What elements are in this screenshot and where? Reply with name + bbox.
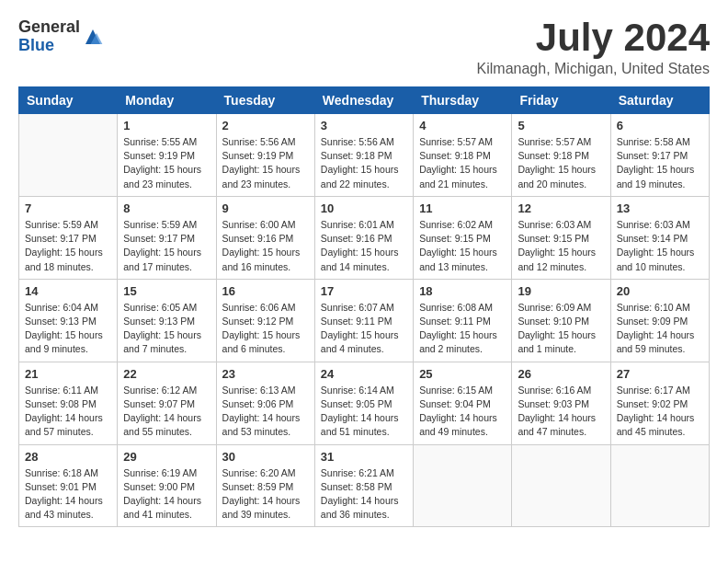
day-number: 2 — [222, 119, 309, 132]
day-info: Sunrise: 5:56 AMSunset: 9:19 PMDaylight:… — [222, 135, 309, 191]
day-info: Sunrise: 6:05 AMSunset: 9:13 PMDaylight:… — [123, 301, 210, 357]
day-info: Sunrise: 6:10 AMSunset: 9:09 PMDaylight:… — [617, 301, 703, 357]
calendar-cell: 11Sunrise: 6:02 AMSunset: 9:15 PMDayligh… — [414, 196, 512, 279]
calendar-header-row: SundayMondayTuesdayWednesdayThursdayFrid… — [19, 87, 710, 114]
day-info: Sunrise: 5:57 AMSunset: 9:18 PMDaylight:… — [419, 135, 506, 191]
page-header: General Blue July 2024 Kilmanagh, Michig… — [18, 18, 710, 77]
calendar-cell: 18Sunrise: 6:08 AMSunset: 9:11 PMDayligh… — [414, 279, 512, 362]
logo-blue-text: Blue — [18, 37, 80, 55]
week-row-5: 28Sunrise: 6:18 AMSunset: 9:01 PMDayligh… — [19, 444, 710, 527]
day-info: Sunrise: 6:19 AMSunset: 9:00 PMDaylight:… — [123, 466, 210, 523]
calendar-cell: 16Sunrise: 6:06 AMSunset: 9:12 PMDayligh… — [216, 279, 314, 362]
day-number: 23 — [222, 367, 309, 381]
day-number: 18 — [419, 284, 506, 298]
day-number: 19 — [518, 284, 604, 298]
day-number: 12 — [518, 201, 604, 215]
day-header-tuesday: Tuesday — [216, 87, 314, 114]
day-number: 25 — [419, 367, 506, 381]
day-number: 22 — [123, 367, 210, 381]
day-info: Sunrise: 6:12 AMSunset: 9:07 PMDaylight:… — [123, 384, 210, 440]
calendar-cell: 10Sunrise: 6:01 AMSunset: 9:16 PMDayligh… — [314, 196, 413, 279]
calendar-cell: 15Sunrise: 6:05 AMSunset: 9:13 PMDayligh… — [118, 279, 216, 362]
day-number: 6 — [617, 119, 703, 132]
day-info: Sunrise: 6:14 AMSunset: 9:05 PMDaylight:… — [321, 384, 407, 440]
day-number: 7 — [25, 201, 111, 215]
calendar-cell: 8Sunrise: 5:59 AMSunset: 9:17 PMDaylight… — [118, 196, 216, 279]
day-number: 17 — [321, 284, 407, 298]
week-row-3: 14Sunrise: 6:04 AMSunset: 9:13 PMDayligh… — [19, 279, 710, 362]
day-info: Sunrise: 5:57 AMSunset: 9:18 PMDaylight:… — [518, 135, 604, 191]
day-info: Sunrise: 6:02 AMSunset: 9:15 PMDaylight:… — [419, 218, 506, 274]
day-number: 4 — [419, 119, 506, 132]
day-info: Sunrise: 6:15 AMSunset: 9:04 PMDaylight:… — [419, 384, 506, 440]
calendar-cell: 22Sunrise: 6:12 AMSunset: 9:07 PMDayligh… — [118, 362, 216, 444]
day-number: 29 — [123, 450, 210, 464]
calendar-cell — [512, 444, 610, 527]
day-info: Sunrise: 6:03 AMSunset: 9:15 PMDaylight:… — [518, 218, 604, 274]
day-number: 9 — [222, 201, 309, 215]
day-info: Sunrise: 5:59 AMSunset: 9:17 PMDaylight:… — [25, 218, 111, 274]
day-number: 3 — [321, 119, 407, 132]
day-info: Sunrise: 6:21 AMSunset: 8:58 PMDaylight:… — [321, 466, 407, 523]
day-header-sunday: Sunday — [19, 87, 118, 114]
calendar-cell: 13Sunrise: 6:03 AMSunset: 9:14 PMDayligh… — [610, 196, 709, 279]
week-row-1: 1Sunrise: 5:55 AMSunset: 9:19 PMDaylight… — [19, 114, 710, 197]
calendar-cell: 30Sunrise: 6:20 AMSunset: 8:59 PMDayligh… — [216, 444, 314, 527]
calendar-cell: 27Sunrise: 6:17 AMSunset: 9:02 PMDayligh… — [610, 362, 709, 444]
day-info: Sunrise: 6:18 AMSunset: 9:01 PMDaylight:… — [25, 466, 111, 523]
day-info: Sunrise: 6:06 AMSunset: 9:12 PMDaylight:… — [222, 301, 309, 357]
day-header-thursday: Thursday — [414, 87, 512, 114]
day-header-friday: Friday — [512, 87, 610, 114]
day-info: Sunrise: 6:04 AMSunset: 9:13 PMDaylight:… — [25, 301, 111, 357]
calendar-cell: 25Sunrise: 6:15 AMSunset: 9:04 PMDayligh… — [414, 362, 512, 444]
calendar-cell: 9Sunrise: 6:00 AMSunset: 9:16 PMDaylight… — [216, 196, 314, 279]
calendar-cell: 17Sunrise: 6:07 AMSunset: 9:11 PMDayligh… — [314, 279, 413, 362]
day-number: 30 — [222, 450, 309, 464]
day-info: Sunrise: 6:11 AMSunset: 9:08 PMDaylight:… — [25, 384, 111, 440]
day-info: Sunrise: 5:58 AMSunset: 9:17 PMDaylight:… — [617, 135, 703, 191]
calendar-cell — [610, 444, 709, 527]
day-number: 11 — [419, 201, 506, 215]
day-info: Sunrise: 5:59 AMSunset: 9:17 PMDaylight:… — [123, 218, 210, 274]
calendar-cell: 7Sunrise: 5:59 AMSunset: 9:17 PMDaylight… — [19, 196, 118, 279]
calendar-cell: 12Sunrise: 6:03 AMSunset: 9:15 PMDayligh… — [512, 196, 610, 279]
calendar-cell: 31Sunrise: 6:21 AMSunset: 8:58 PMDayligh… — [314, 444, 413, 527]
day-number: 26 — [518, 367, 604, 381]
logo: General Blue — [18, 18, 104, 55]
calendar-cell: 6Sunrise: 5:58 AMSunset: 9:17 PMDaylight… — [610, 114, 709, 197]
day-number: 1 — [123, 119, 210, 132]
day-number: 10 — [321, 201, 407, 215]
week-row-2: 7Sunrise: 5:59 AMSunset: 9:17 PMDaylight… — [19, 196, 710, 279]
calendar-cell: 21Sunrise: 6:11 AMSunset: 9:08 PMDayligh… — [19, 362, 118, 444]
day-number: 13 — [617, 201, 703, 215]
calendar-cell: 3Sunrise: 5:56 AMSunset: 9:18 PMDaylight… — [314, 114, 413, 197]
day-number: 21 — [25, 367, 111, 381]
calendar-cell: 19Sunrise: 6:09 AMSunset: 9:10 PMDayligh… — [512, 279, 610, 362]
day-number: 27 — [617, 367, 703, 381]
logo-icon — [82, 26, 104, 48]
calendar-cell: 29Sunrise: 6:19 AMSunset: 9:00 PMDayligh… — [118, 444, 216, 527]
day-info: Sunrise: 5:55 AMSunset: 9:19 PMDaylight:… — [123, 135, 210, 191]
calendar-cell: 2Sunrise: 5:56 AMSunset: 9:19 PMDaylight… — [216, 114, 314, 197]
day-info: Sunrise: 6:09 AMSunset: 9:10 PMDaylight:… — [518, 301, 604, 357]
logo-general-text: General — [18, 18, 80, 37]
calendar-cell: 23Sunrise: 6:13 AMSunset: 9:06 PMDayligh… — [216, 362, 314, 444]
day-info: Sunrise: 6:16 AMSunset: 9:03 PMDaylight:… — [518, 384, 604, 440]
day-info: Sunrise: 6:00 AMSunset: 9:16 PMDaylight:… — [222, 218, 309, 274]
day-number: 5 — [518, 119, 604, 132]
day-info: Sunrise: 5:56 AMSunset: 9:18 PMDaylight:… — [321, 135, 407, 191]
calendar-table: SundayMondayTuesdayWednesdayThursdayFrid… — [18, 86, 710, 527]
calendar-cell: 24Sunrise: 6:14 AMSunset: 9:05 PMDayligh… — [314, 362, 413, 444]
day-number: 14 — [25, 284, 111, 298]
calendar-cell: 1Sunrise: 5:55 AMSunset: 9:19 PMDaylight… — [118, 114, 216, 197]
day-number: 28 — [25, 450, 111, 464]
calendar-cell: 26Sunrise: 6:16 AMSunset: 9:03 PMDayligh… — [512, 362, 610, 444]
day-header-saturday: Saturday — [610, 87, 709, 114]
day-number: 16 — [222, 284, 309, 298]
day-info: Sunrise: 6:07 AMSunset: 9:11 PMDaylight:… — [321, 301, 407, 357]
week-row-4: 21Sunrise: 6:11 AMSunset: 9:08 PMDayligh… — [19, 362, 710, 444]
location: Kilmanagh, Michigan, United States — [477, 61, 710, 77]
title-block: July 2024 Kilmanagh, Michigan, United St… — [477, 18, 710, 77]
day-info: Sunrise: 6:01 AMSunset: 9:16 PMDaylight:… — [321, 218, 407, 274]
day-number: 31 — [321, 450, 407, 464]
